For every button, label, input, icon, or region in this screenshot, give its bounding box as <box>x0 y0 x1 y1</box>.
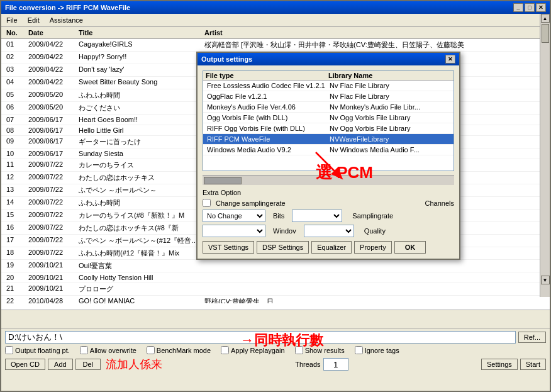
checkbox-allow-overwrite[interactable]: Allow overwrite <box>80 346 136 354</box>
scroll-thumb[interactable] <box>542 24 549 43</box>
filetype-col-library: Library Name <box>328 72 451 79</box>
dsp-settings-button[interactable]: DSP Settings <box>257 241 309 254</box>
menu-file[interactable]: File <box>4 15 20 25</box>
dialog-close-button[interactable]: ✕ <box>445 55 455 64</box>
close-button[interactable]: ✕ <box>536 3 546 12</box>
table-row[interactable]: 22 2010/04/28 GO! GO! MANIAC 野梓(CV:豊崎愛生、… <box>1 296 550 303</box>
horizontal-scrollbar[interactable] <box>203 175 454 185</box>
vst-settings-button[interactable]: VST Settings <box>203 241 254 254</box>
filetype-col-type: File type <box>206 72 328 79</box>
cell-date: 2009/07/22 <box>26 223 76 233</box>
output-settings-dialog: Output settings ✕ File type Library Name… <box>196 52 460 260</box>
col-no: No. <box>4 28 26 37</box>
dialog-title-text: Output settings <box>201 55 252 63</box>
bottom-bar: Ref... Output floating pt.Allow overwrit… <box>1 328 550 391</box>
main-scrollbar[interactable]: ▲ ▼ <box>540 14 550 297</box>
open-cd-button[interactable]: Open CD <box>5 359 45 370</box>
cell-no: 11 <box>4 160 26 171</box>
maximize-button[interactable]: □ <box>525 3 535 12</box>
cell-date: 2009/07/22 <box>26 185 76 196</box>
window-title: File conversion -> RIFF PCM WaveFile <box>5 4 130 11</box>
window-select[interactable] <box>203 225 265 237</box>
filetype-library: Nv Monkey's Audio File Libr... <box>328 103 451 111</box>
bits-select[interactable] <box>292 210 342 222</box>
cell-no: 04 <box>4 77 26 88</box>
filetype-row[interactable]: Free Lossless Audio Codec File v1.2.1 Nv… <box>203 81 454 91</box>
filetype-row[interactable]: Ogg Vorbis File (with DLL) Nv Ogg Vorbis… <box>203 113 454 123</box>
start-button[interactable]: Start <box>520 359 546 370</box>
cell-title: カレーのちライス(#8『新歓！』M <box>76 210 202 221</box>
cell-no: 12 <box>4 172 26 183</box>
table-header: No. Date Title Artist <box>1 27 550 39</box>
threads-input[interactable] <box>323 358 348 371</box>
action-row: Open CD Add Del 流加人係来 Threads Settings S… <box>5 357 546 372</box>
path-input[interactable] <box>5 331 516 344</box>
filetype-name: OggFlac File v1.2.1 <box>206 92 328 101</box>
ref-button[interactable]: Ref... <box>518 332 546 343</box>
channels-label: Channels <box>425 199 454 207</box>
filetype-library: Nv Ogg Vorbis File Library <box>328 124 451 133</box>
cell-title: Hello Little Girl <box>76 126 202 135</box>
filetype-name: Ogg Vorbis File (with DLL) <box>206 113 328 122</box>
checkbox-apply-replaygain[interactable]: Apply Replaygain <box>221 346 285 354</box>
ok-button[interactable]: OK <box>394 241 426 254</box>
filetype-library: Nv Ogg Vorbis File Library <box>328 113 451 122</box>
no-change-select[interactable]: No Change <box>203 210 265 222</box>
settings-button[interactable]: Settings <box>481 359 518 370</box>
cell-artist <box>202 260 547 271</box>
filetype-row[interactable]: Monkey's Audio File Ver.4.06 Nv Monkey's… <box>203 102 454 113</box>
table-row[interactable]: 01 2009/04/22 Cagayake!GIRLS 桜高軽音部 [平沢唯・… <box>1 39 550 52</box>
samplerate-row: Change samplingerate Channels <box>203 199 454 207</box>
filetype-row[interactable]: Windows Media Audio V9.2 Nv Windows Medi… <box>203 145 454 155</box>
cell-title: Heart Goes Boom!! <box>76 115 202 124</box>
cell-no: 07 <box>4 115 26 124</box>
cell-date: 2009/07/22 <box>26 172 76 183</box>
cell-no: 08 <box>4 126 26 135</box>
filetype-row[interactable]: RIFF PCM WaveFile NVWaveFileLibrary <box>203 134 454 145</box>
property-button[interactable]: Property <box>354 241 392 254</box>
cell-title: Happy!? Sorry!! <box>76 52 202 63</box>
cell-title: Coolly Hotty Tension Hill <box>76 273 202 282</box>
cell-no: 18 <box>4 248 26 259</box>
filetype-library: Nv Flac File Library <box>328 81 451 90</box>
cell-date: 2009/05/20 <box>26 90 76 101</box>
checkbox-benchmark-mode[interactable]: BenchMark mode <box>147 346 211 354</box>
add-button[interactable]: Add <box>48 359 73 370</box>
change-samplerate-label[interactable]: Change samplingerate <box>216 199 286 207</box>
quality-select[interactable] <box>304 225 354 237</box>
dialog-buttons: VST SettingsDSP SettingsEqualizerPropert… <box>203 241 454 254</box>
checkbox-ignore-tags[interactable]: Ignore tags <box>355 346 399 354</box>
cell-title: わたしの恋はホッチキス(#8『新 <box>76 223 202 233</box>
hscroll-thumb[interactable] <box>204 177 242 184</box>
threads-label: Threads <box>295 361 320 368</box>
filetype-table[interactable]: File type Library Name Free Lossless Aud… <box>203 70 454 171</box>
equalizer-button[interactable]: Equalizer <box>311 241 352 254</box>
cell-date: 2009/06/17 <box>26 137 76 147</box>
filetype-row[interactable]: RIFF Ogg Vorbis File (with DLL) Nv Ogg V… <box>203 123 454 134</box>
del-button[interactable]: Del <box>75 359 101 370</box>
table-row[interactable]: 21 2009/10/21 プロローグ <box>1 283 550 296</box>
cell-artist <box>202 273 547 282</box>
checkbox-output-floating-pt.[interactable]: Output floating pt. <box>5 346 70 354</box>
checkbox-show-results[interactable]: Show results <box>295 346 345 354</box>
scroll-down-btn[interactable]: ▼ <box>541 276 550 284</box>
menu-edit[interactable]: Edit <box>25 15 42 25</box>
cell-title: Oui!憂言葉 <box>76 260 202 271</box>
scroll-up-btn[interactable]: ▲ <box>541 14 550 23</box>
cell-no: 15 <box>4 210 26 221</box>
col-artist: Artist <box>202 28 547 37</box>
minimize-button[interactable]: _ <box>513 3 523 12</box>
cell-no: 22 <box>4 296 26 303</box>
threads-row: Threads <box>295 358 348 371</box>
title-bar-buttons: _ □ ✕ <box>513 3 546 12</box>
filetype-name: RIFF Ogg Vorbis File (with DLL) <box>206 124 328 133</box>
filetype-header: File type Library Name <box>203 71 454 81</box>
table-row[interactable]: 20 2009/10/21 Coolly Hotty Tension Hill <box>1 272 550 283</box>
table-row[interactable]: 19 2009/10/21 Oui!憂言葉 <box>1 260 550 272</box>
cell-no: 16 <box>4 223 26 233</box>
dialog-body: File type Library Name Free Lossless Aud… <box>198 65 459 259</box>
cell-date: 2009/06/17 <box>26 126 76 135</box>
filetype-row[interactable]: OggFlac File v1.2.1 Nv Flac File Library <box>203 91 454 102</box>
menu-assistance[interactable]: Assistance <box>47 15 86 25</box>
change-samplerate-checkbox[interactable] <box>203 199 211 207</box>
